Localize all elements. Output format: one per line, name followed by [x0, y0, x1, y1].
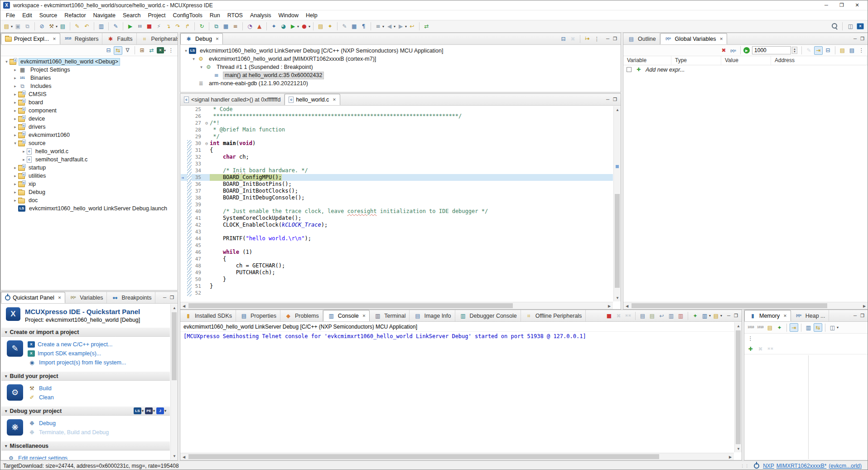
- expanded-arrow-icon[interactable]: ▾: [198, 65, 204, 69]
- collapsed-arrow-icon[interactable]: ▸: [12, 92, 18, 97]
- clear-console-icon[interactable]: ▤: [638, 311, 647, 320]
- collapsed-arrow-icon[interactable]: ▸: [12, 165, 18, 170]
- maximize-view-icon[interactable]: ❐: [860, 313, 864, 318]
- search-icon[interactable]: [831, 23, 839, 30]
- forward-icon[interactable]: ▶: [396, 22, 405, 31]
- collapsed-arrow-icon[interactable]: ▸: [21, 157, 27, 162]
- action-label[interactable]: Create a new C/C++ project...: [38, 341, 112, 348]
- collapse-globals-icon[interactable]: ⊟: [824, 46, 832, 55]
- code-line-26[interactable]: 26 *************************************…: [181, 113, 613, 120]
- toggle-split-icon[interactable]: ▥: [804, 323, 813, 332]
- close-button[interactable]: ✕: [849, 2, 865, 8]
- code-editor[interactable]: 25 * Code26 ****************************…: [181, 106, 613, 301]
- wand-icon[interactable]: ✦: [326, 22, 334, 31]
- code-line-36[interactable]: 36 BOARD_InitBootPins();: [181, 181, 613, 188]
- memory-monitors-pane[interactable]: [745, 355, 809, 459]
- collapsed-arrow-icon[interactable]: ▸: [12, 108, 18, 113]
- new-wizard-icon[interactable]: ▤: [2, 22, 11, 31]
- interval-value[interactable]: 1000: [752, 46, 791, 54]
- linkserver-probe-chip-dropdown[interactable]: ▾: [142, 409, 144, 413]
- code-line-27[interactable]: 27⊖/*!: [181, 120, 613, 126]
- add-monitor-icon[interactable]: ✚: [746, 344, 755, 353]
- collapsed-arrow-icon[interactable]: ▸: [12, 174, 18, 178]
- action-label[interactable]: Edit project settings: [18, 455, 68, 460]
- open-console-icon[interactable]: ▤: [712, 311, 720, 320]
- code-line-52[interactable]: 52: [181, 290, 613, 296]
- close-tab-icon[interactable]: ✕: [58, 296, 62, 300]
- view-menu-icon[interactable]: ⋮: [746, 334, 755, 343]
- column-header-address[interactable]: Address: [771, 56, 867, 65]
- build-config-icon[interactable]: X: [157, 47, 164, 53]
- pemicro-probe-chip-dropdown[interactable]: ▾: [153, 409, 155, 413]
- tab-outline[interactable]: ▤Outline: [623, 33, 660, 44]
- open-type-dropdown[interactable]: ▾: [382, 24, 384, 29]
- tab-problems[interactable]: ◆Problems: [280, 310, 323, 321]
- display-console-dropdown[interactable]: ▾: [709, 314, 711, 318]
- code-line-51[interactable]: 51}: [181, 283, 613, 290]
- collapse-all-icon[interactable]: ⊟: [104, 46, 113, 55]
- tab-debugger-console[interactable]: ▥Debugger Console: [455, 310, 521, 321]
- spinner-arrows[interactable]: ▲▼: [792, 47, 797, 54]
- menu-analysis[interactable]: Analysis: [246, 11, 275, 19]
- add-expression-icon[interactable]: ✚: [634, 65, 643, 74]
- menu-source[interactable]: Source: [36, 11, 61, 19]
- resume-icon[interactable]: ▶: [126, 22, 135, 31]
- remove-global-icon[interactable]: ✖: [719, 46, 728, 55]
- action-label[interactable]: Import SDK example(s)...: [38, 350, 101, 357]
- code-line-50[interactable]: 50 }: [181, 276, 613, 283]
- menu-help[interactable]: Help: [302, 11, 321, 19]
- tree-item-binaries[interactable]: ▸101Binaries: [1, 74, 178, 82]
- export-memory-icon[interactable]: 1010: [747, 323, 755, 332]
- minimize-view-icon[interactable]: ─: [606, 97, 609, 102]
- table-icon[interactable]: ▦: [350, 22, 358, 31]
- pencil-icon[interactable]: ✎: [111, 22, 120, 31]
- add-expression-row[interactable]: ✚ Add new expr...: [623, 65, 868, 74]
- action-label[interactable]: Terminate, Build and Debug: [39, 429, 109, 436]
- collapsed-arrow-icon[interactable]: ▸: [12, 84, 18, 88]
- section-miscellaneous[interactable]: ▾Miscellaneous: [1, 441, 170, 451]
- tree-item-cmsis[interactable]: ▸cCMSIS: [1, 90, 178, 98]
- maximize-view-icon[interactable]: ❐: [734, 313, 738, 318]
- new-view-icon[interactable]: ▤: [838, 46, 847, 55]
- section-collapse-icon[interactable]: ▾: [5, 374, 7, 378]
- tree-item-project-settings[interactable]: ▸▦Project Settings: [1, 66, 178, 74]
- code-line-38[interactable]: 38 BOARD_InitDebugConsole();: [181, 194, 613, 201]
- save-all-icon[interactable]: ⧉: [23, 22, 32, 31]
- column-header-variable[interactable]: Variable: [623, 56, 671, 65]
- expanded-arrow-icon[interactable]: ▾: [191, 57, 197, 61]
- restart-icon[interactable]: ↻: [198, 22, 206, 31]
- close-tab-icon[interactable]: ✕: [362, 314, 366, 318]
- code-line-28[interactable]: 28 * @brief Main function: [181, 126, 613, 133]
- layout-icon[interactable]: ◫: [828, 323, 837, 332]
- close-tab-icon[interactable]: ✕: [216, 37, 219, 41]
- stop-icon[interactable]: ■: [605, 311, 613, 320]
- open-type-icon[interactable]: ≡: [374, 22, 382, 31]
- action-import-project-s-from-file-system[interactable]: ◉Import project(s) from file system...: [28, 359, 126, 366]
- revert-icon[interactable]: ↶: [82, 22, 91, 31]
- close-tab-icon[interactable]: ✕: [333, 97, 336, 102]
- open-resource-icon[interactable]: ▤: [316, 22, 325, 31]
- open-console-dropdown[interactable]: ▾: [720, 314, 722, 318]
- variables-column-headers[interactable]: VariableTypeValueAddress: [623, 56, 868, 65]
- code-line-43[interactable]: 43: [181, 228, 613, 235]
- word-wrap-icon[interactable]: ↩: [657, 311, 666, 320]
- show-stdout-icon[interactable]: ▥: [667, 311, 675, 320]
- maximize-button[interactable]: ❐: [834, 2, 849, 8]
- action-label[interactable]: Debug: [39, 420, 56, 426]
- terminate-icon[interactable]: ■: [145, 22, 154, 31]
- quickstart-scrollbar[interactable]: ▲ ▼: [170, 304, 178, 460]
- action-edit-project-settings[interactable]: ⚙Edit project settings: [7, 455, 68, 460]
- scroll-lock-icon[interactable]: ▤: [648, 311, 656, 320]
- back-icon[interactable]: ◀: [385, 22, 394, 31]
- section-debug-your-project[interactable]: ▾Debug your projectLS▾PE▾J▾: [1, 406, 170, 416]
- tab-quickstart-panel[interactable]: Quickstart Panel✕: [1, 292, 65, 303]
- section-collapse-icon[interactable]: ▾: [5, 330, 7, 334]
- tree-item-hello-world-c[interactable]: ▸chello_world.c: [1, 147, 178, 155]
- code-line-25[interactable]: 25 * Code: [181, 106, 613, 113]
- fold-marker-icon[interactable]: ⊖: [203, 140, 210, 147]
- remove-launch-icon[interactable]: ✖: [614, 311, 623, 320]
- remove-all-monitors-icon[interactable]: ✖✖: [766, 344, 775, 353]
- link-nxp[interactable]: NXP: [763, 463, 774, 469]
- expression-checkbox[interactable]: [627, 67, 632, 72]
- editor-vertical-scrollbar[interactable]: ▲ ▼: [613, 106, 621, 301]
